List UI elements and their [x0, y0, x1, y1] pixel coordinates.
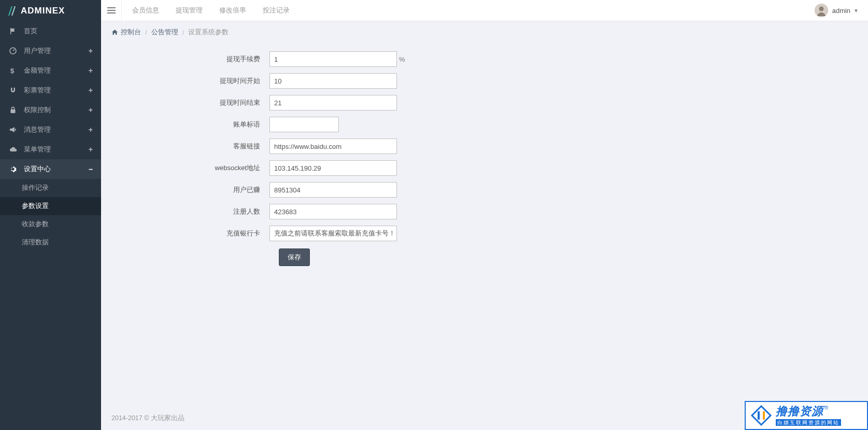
topbar: 会员信息 提现管理 修改倍率 投注记录 admin ▼ [101, 0, 868, 21]
tab-modify-rate[interactable]: 修改倍率 [211, 0, 254, 21]
content: 提现手续费 % 提现时间开始 提现时间结束 账单标语 客服链 [101, 41, 868, 407]
sidebar-item-settings[interactable]: 设置中心 – [0, 159, 101, 179]
top-tabs: 会员信息 提现管理 修改倍率 投注记录 [124, 0, 298, 21]
brand-text: ADMINEX [21, 6, 65, 16]
tab-bet-record[interactable]: 投注记录 [254, 0, 298, 21]
label-withdraw-end: 提现时间结束 [168, 98, 269, 107]
label-register-count: 注册人数 [168, 207, 269, 216]
sidebar-item-permission[interactable]: 权限控制 + [0, 100, 101, 120]
tab-label: 提现管理 [176, 6, 203, 15]
svg-rect-4 [107, 10, 116, 11]
sidebar-item-label: 消息管理 [24, 125, 51, 134]
sidebar-item-users[interactable]: 用户管理 + [0, 41, 101, 61]
input-withdraw-start[interactable] [269, 73, 397, 89]
sidebar-toggle-button[interactable] [101, 0, 122, 21]
input-user-earned[interactable] [269, 182, 397, 198]
row-user-earned: 用户已赚 [168, 182, 635, 198]
sidebar-item-lottery[interactable]: 彩票管理 + [0, 80, 101, 100]
tab-withdraw-manage[interactable]: 提现管理 [167, 0, 211, 21]
expand-icon: + [89, 126, 93, 134]
home-icon [111, 29, 118, 35]
tab-label: 投注记录 [263, 6, 290, 15]
main-area: 会员信息 提现管理 修改倍率 投注记录 admin ▼ 控制台 [101, 0, 868, 430]
avatar [815, 4, 828, 17]
sub-item-receive[interactable]: 收款参数 [0, 215, 101, 233]
watermark-badge: 撸撸资源 ® 白嫖互联网资源的网站 [745, 401, 868, 430]
sub-item-label: 操作记录 [22, 184, 49, 191]
svg-rect-9 [758, 411, 760, 420]
gear-icon [8, 165, 18, 173]
footer-text: 2014-2017 © 大玩家出品 [111, 414, 184, 422]
watermark-reg: ® [824, 405, 828, 411]
caret-down-icon: ▼ [853, 8, 859, 13]
save-button[interactable]: 保存 [279, 248, 310, 266]
sidebar-item-message[interactable]: 消息管理 + [0, 120, 101, 140]
tab-member-info[interactable]: 会员信息 [124, 0, 167, 21]
svg-marker-8 [752, 406, 771, 425]
sidebar-item-label: 金额管理 [24, 66, 51, 75]
label-withdraw-start: 提现时间开始 [168, 76, 269, 86]
brand-logo: ADMINEX [0, 0, 101, 21]
row-withdraw-start: 提现时间开始 [168, 73, 635, 89]
user-menu[interactable]: admin ▼ [815, 4, 859, 17]
sidebar-item-money[interactable]: $ 金额管理 + [0, 61, 101, 80]
input-withdraw-end[interactable] [269, 95, 397, 110]
sidebar-item-label: 用户管理 [24, 46, 51, 56]
input-service-link[interactable] [269, 138, 397, 154]
button-row: 保存 [168, 248, 635, 266]
breadcrumb-home[interactable]: 控制台 [111, 27, 141, 37]
sub-item-params[interactable]: 参数设置 [0, 197, 101, 215]
lock-icon [8, 106, 18, 114]
label-user-earned: 用户已赚 [168, 185, 269, 195]
sidebar-item-label: 首页 [24, 26, 37, 36]
row-register-count: 注册人数 [168, 204, 635, 219]
sidebar-item-menu[interactable]: 菜单管理 + [0, 140, 101, 159]
input-recharge-bank[interactable] [269, 226, 397, 241]
breadcrumb-home-label: 控制台 [121, 27, 141, 37]
sub-item-label: 收款参数 [22, 220, 49, 228]
cloud-icon [8, 146, 18, 152]
row-websocket: websocket地址 [168, 160, 635, 176]
watermark-icon [750, 404, 773, 427]
sidebar: ADMINEX 首页 用户管理 + $ 金额管理 [0, 0, 101, 430]
row-bill-slogan: 账单标语 [168, 117, 635, 132]
brand-icon [7, 5, 17, 17]
label-websocket: websocket地址 [168, 163, 269, 173]
label-service-link: 客服链接 [168, 142, 269, 151]
hamburger-icon [107, 7, 116, 14]
flag-icon [8, 27, 18, 35]
expand-icon: + [89, 66, 93, 75]
magnet-icon [8, 87, 18, 94]
input-bill-slogan[interactable] [269, 117, 339, 132]
input-register-count[interactable] [269, 204, 397, 219]
row-withdraw-end: 提现时间结束 [168, 95, 635, 110]
suffix-percent: % [399, 56, 405, 63]
breadcrumb: 控制台 / 公告管理 / 设置系统参数 [101, 21, 868, 41]
tab-label: 会员信息 [132, 6, 159, 15]
svg-rect-2 [11, 109, 16, 113]
breadcrumb-current: 设置系统参数 [188, 27, 229, 37]
sidebar-nav: 首页 用户管理 + $ 金额管理 + [0, 21, 101, 179]
collapse-icon: – [89, 165, 93, 173]
tab-label: 修改倍率 [219, 6, 246, 15]
sidebar-item-label: 设置中心 [24, 164, 51, 174]
input-withdraw-fee[interactable] [269, 51, 397, 67]
input-websocket[interactable] [269, 160, 397, 176]
dashboard-icon [8, 47, 18, 54]
breadcrumb-mid[interactable]: 公告管理 [151, 27, 178, 37]
label-withdraw-fee: 提现手续费 [168, 54, 269, 64]
sidebar-item-home[interactable]: 首页 [0, 21, 101, 41]
svg-rect-10 [763, 411, 765, 420]
label-recharge-bank: 充值银行卡 [168, 229, 269, 238]
sub-item-oplog[interactable]: 操作记录 [0, 179, 101, 197]
watermark-subtitle: 白嫖互联网资源的网站 [776, 419, 841, 426]
svg-text:$: $ [10, 67, 15, 74]
svg-rect-5 [107, 12, 116, 13]
expand-icon: + [89, 86, 93, 94]
sidebar-submenu-settings: 操作记录 参数设置 收款参数 清理数据 [0, 179, 101, 252]
svg-rect-3 [107, 7, 116, 8]
sidebar-item-label: 权限控制 [24, 105, 51, 115]
sub-item-clean[interactable]: 清理数据 [0, 233, 101, 252]
row-recharge-bank: 充值银行卡 [168, 226, 635, 241]
breadcrumb-sep: / [182, 29, 184, 36]
